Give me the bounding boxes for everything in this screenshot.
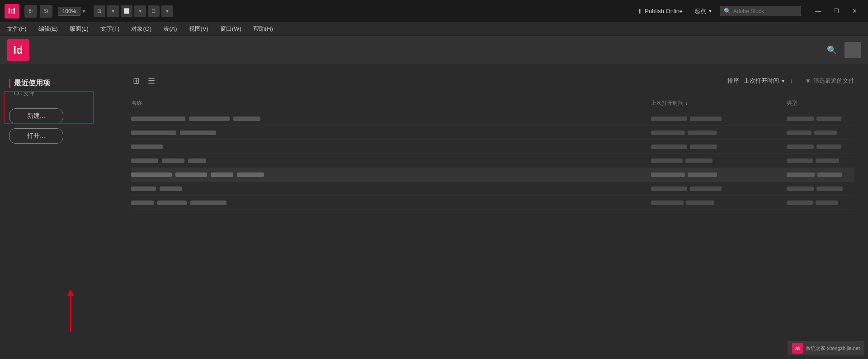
sidebar: 最近使用项 CC 文件 新建... 打开... (0, 65, 118, 359)
sidebar-section-sub: CC 文件 (9, 90, 108, 98)
app-header: Id 🔍 (0, 36, 868, 65)
list-view-button[interactable]: ☰ (146, 74, 157, 88)
blurred-date (651, 131, 685, 135)
sort-direction-button[interactable]: ↓ (790, 77, 793, 84)
menu-table[interactable]: 表(A) (161, 24, 179, 34)
file-row-highlighted[interactable] (131, 168, 854, 182)
file-row[interactable] (131, 140, 854, 154)
blurred-type (787, 131, 811, 135)
title-bar: Id Br St 100% ▼ ⊞ ▼ ⬜ ▼ ⊟ ▼ ⬆ Publish On… (0, 0, 868, 22)
file-type-cell (787, 186, 854, 191)
sort-value-label: 上次打开时间 (744, 77, 779, 85)
blurred-type (816, 145, 841, 149)
blurred-name (157, 200, 187, 205)
blurred-date (688, 173, 717, 177)
file-date-cell (651, 159, 787, 163)
toolbar-icon-3[interactable]: ⊟ (148, 5, 160, 17)
blurred-type (787, 173, 815, 177)
arrow-head-icon (67, 289, 74, 296)
filter-button[interactable]: ▼ 筛选最近的文件 (805, 77, 854, 85)
bridge-icon[interactable]: Br (24, 5, 37, 18)
grid-view-button[interactable]: ⊞ (131, 74, 142, 88)
file-date-cell (651, 117, 787, 121)
watermark: xt 系统之家 xitongzhijia.net (788, 341, 864, 355)
col-name-header[interactable]: 名称 (131, 99, 651, 107)
blurred-type (814, 131, 837, 135)
close-button[interactable]: ✕ (845, 5, 863, 18)
filter-icon: ▼ (805, 77, 811, 84)
stock-search-input[interactable] (733, 8, 792, 14)
file-row[interactable] (131, 154, 854, 168)
open-document-button[interactable]: 打开... (9, 128, 63, 144)
toolbar-icon-2[interactable]: ⬜ (121, 5, 132, 17)
menu-help[interactable]: 帮助(H) (251, 24, 275, 34)
file-type-cell (787, 200, 854, 205)
file-name-cell (131, 117, 651, 121)
publish-online-label: Publish Online (645, 8, 683, 14)
zoom-chevron-icon[interactable]: ▼ (81, 9, 86, 14)
workspace-chevron-icon: ▼ (708, 9, 712, 14)
file-date-cell (651, 145, 787, 149)
file-name-cell (131, 186, 651, 191)
minimize-button[interactable]: — (809, 5, 827, 18)
stock-icon[interactable]: St (40, 5, 52, 18)
menu-type[interactable]: 文字(T) (99, 24, 122, 34)
toolbar-icon-chevron-3[interactable]: ▼ (161, 5, 173, 17)
menu-edit[interactable]: 编辑(E) (37, 24, 60, 34)
toolbar-icon-1[interactable]: ⊞ (94, 5, 105, 17)
menu-object[interactable]: 对象(O) (129, 24, 153, 34)
blurred-name (237, 173, 264, 177)
file-type-cell (787, 145, 854, 149)
blurred-name (190, 200, 226, 205)
user-avatar[interactable] (844, 42, 861, 58)
toolbar-icon-chevron-1[interactable]: ▼ (107, 5, 119, 17)
sort-dropdown-button[interactable]: 上次打开时间 ▼ (744, 77, 785, 85)
app-logo-small: Id (5, 4, 19, 19)
menu-layout[interactable]: 版面(L) (68, 24, 90, 34)
blurred-name (131, 159, 158, 163)
toolbar-icon-chevron-2[interactable]: ▼ (134, 5, 146, 17)
file-name-cell (131, 200, 651, 205)
watermark-text: 系统之家 xitongzhijia.net (806, 345, 860, 352)
file-type-cell (787, 173, 854, 177)
blurred-date-1 (651, 117, 687, 121)
arrow-line (70, 296, 71, 332)
stock-search-bar[interactable]: 🔍 (720, 6, 801, 16)
menu-view[interactable]: 视图(V) (187, 24, 210, 34)
file-name-cell (131, 131, 651, 135)
blurred-name (175, 173, 207, 177)
zoom-value[interactable]: 100% (58, 7, 80, 16)
file-date-cell (651, 186, 787, 191)
blurred-name (131, 173, 172, 177)
main-content: 最近使用项 CC 文件 新建... 打开... ⊞ ☰ 排序 上次打开时间 ▼ … (0, 65, 868, 359)
menu-window[interactable]: 窗口(W) (218, 24, 243, 34)
file-row[interactable] (131, 126, 854, 140)
app-icons-group: Br St (24, 5, 52, 18)
app-search-button[interactable]: 🔍 (824, 42, 840, 58)
file-row[interactable] (131, 196, 854, 210)
file-row[interactable] (131, 112, 854, 126)
zoom-control: 100% ▼ (58, 7, 86, 16)
file-table-header: 名称 上次打开时间 ↓ 类型 (131, 97, 854, 110)
blurred-name (131, 186, 156, 191)
file-row[interactable] (131, 182, 854, 196)
blurred-type (787, 186, 814, 191)
blurred-name (211, 173, 233, 177)
maximize-button[interactable]: ❐ (827, 5, 845, 18)
blurred-type-2 (816, 117, 841, 121)
new-document-button[interactable]: 新建... (9, 108, 63, 124)
blurred-name (131, 145, 163, 149)
col-date-header[interactable]: 上次打开时间 ↓ (651, 99, 787, 107)
workspace-button[interactable]: 起点 ▼ (691, 5, 716, 17)
blurred-date (690, 186, 722, 191)
blurred-type (816, 186, 843, 191)
publish-online-button[interactable]: ⬆ Publish Online (632, 6, 687, 17)
blurred-date (651, 159, 683, 163)
blurred-type (787, 200, 813, 205)
menu-file[interactable]: 文件(F) (5, 24, 28, 34)
blurred-name (131, 200, 154, 205)
blurred-name (180, 131, 216, 135)
blurred-date (651, 145, 687, 149)
blurred-name-3 (233, 117, 260, 121)
blurred-name-1 (131, 117, 185, 121)
